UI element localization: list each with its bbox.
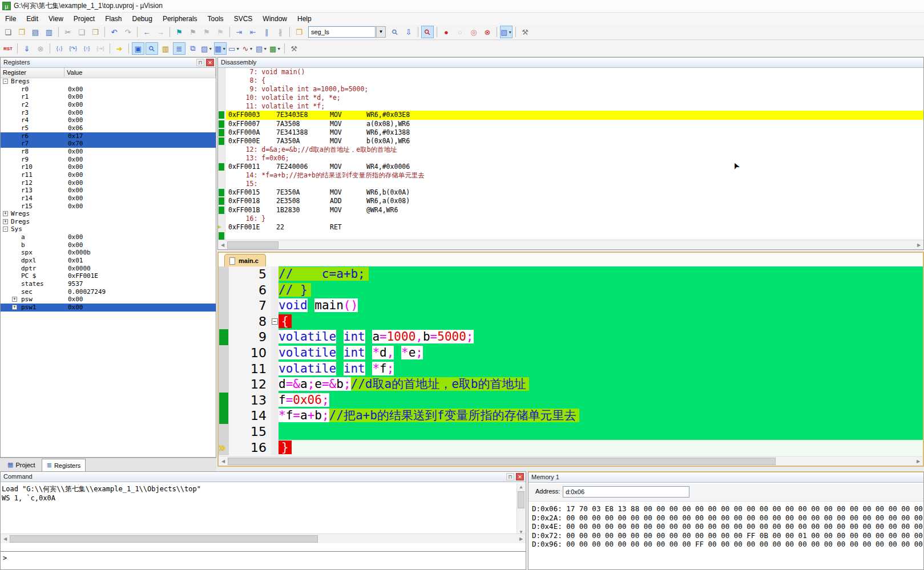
register-row[interactable]: -Bregs <box>1 78 216 86</box>
registers-panel-caption[interactable]: Registers ⊓ ✕ <box>1 58 216 68</box>
memory-caption[interactable]: Memory 1 <box>528 472 923 483</box>
memory-row-bytes[interactable]: 17 70 03 E8 13 88 00 00 00 00 00 00 00 0… <box>566 504 923 513</box>
editor-line[interactable]: 13f=0x06; <box>219 393 923 409</box>
indent-button[interactable]: ⇥ <box>233 26 245 38</box>
chevron-down-icon[interactable]: ▼ <box>222 47 226 51</box>
disassembly-line[interactable]: ➤0xFF001E22RET <box>218 223 923 232</box>
chevron-down-icon[interactable]: ▼ <box>208 47 212 51</box>
register-row[interactable]: r110x00 <box>1 171 216 179</box>
tab-registers[interactable]: ≣ Registers <box>42 459 86 471</box>
clear-bookmarks-button[interactable]: ⚑ <box>214 26 227 38</box>
disassembly-line[interactable]: 16: } <box>218 215 923 223</box>
menu-view[interactable]: View <box>43 14 68 24</box>
menu-window[interactable]: Window <box>257 14 292 24</box>
disassembly-line[interactable]: 0xFF00182E3508ADDWR6,a(0x08) <box>218 197 923 205</box>
register-row[interactable]: r150x00 <box>1 203 216 211</box>
register-row[interactable]: r40x00 <box>1 116 216 124</box>
run-to-cursor-button[interactable]: {⇥} <box>94 42 107 55</box>
watch-toolbox-button[interactable]: ▧▼ <box>500 26 513 38</box>
serial-window-button[interactable]: ▭▼ <box>228 42 240 55</box>
scroll-thumb[interactable] <box>228 458 776 465</box>
memory-row[interactable]: D:0x96: 00 00 00 00 00 00 00 00 00 00 FF… <box>532 540 923 549</box>
register-row[interactable]: r00x00 <box>1 86 216 94</box>
disassembly-caption[interactable]: Disassembly <box>218 58 923 68</box>
disassembly-line[interactable]: 13: f=0x06; <box>218 154 923 163</box>
register-row[interactable]: sec0.00027249 <box>1 288 216 296</box>
incremental-find-button[interactable]: ⇩ <box>402 26 415 38</box>
menu-peripherals[interactable]: Peripherals <box>158 14 203 24</box>
system-viewer-button[interactable]: ▩▼ <box>269 42 281 55</box>
save-button[interactable]: ▤ <box>29 26 42 38</box>
expand-icon[interactable]: + <box>3 219 8 224</box>
editor-line[interactable]: 7void main() <box>219 298 923 314</box>
menu-flash[interactable]: Flash <box>100 14 127 24</box>
undo-button[interactable]: ↶ <box>108 26 120 38</box>
disassembly-line[interactable]: 0xFF000E7A350AMOVb(0x0A),WR6 <box>218 137 923 145</box>
memory-row-bytes[interactable]: 00 00 00 00 00 00 00 00 00 00 00 00 00 0… <box>566 531 923 540</box>
editor-line[interactable]: »16} <box>219 440 923 456</box>
disassembly-hscrollbar[interactable]: ◀ ▶ <box>218 240 923 249</box>
fold-collapse-icon[interactable]: − <box>272 318 278 325</box>
comment-button[interactable]: ∥ <box>260 26 273 38</box>
address-input[interactable] <box>563 486 689 498</box>
menu-edit[interactable]: Edit <box>21 14 43 24</box>
toggle-bookmark-button[interactable]: ⚑ <box>173 26 185 38</box>
disassembly-line[interactable]: 8: { <box>218 76 923 85</box>
register-row[interactable]: r120x00 <box>1 179 216 187</box>
register-row[interactable]: +psw0x00 <box>1 296 216 304</box>
scroll-left-icon[interactable]: ◀ <box>219 458 227 465</box>
chevron-down-icon[interactable]: ▼ <box>376 26 386 38</box>
symbols-window-button[interactable]: ▥ <box>159 42 172 55</box>
watch-window-button[interactable]: ▨▼ <box>200 42 213 55</box>
expand-icon[interactable]: + <box>3 211 8 216</box>
register-row[interactable]: PC $0xFF001E <box>1 272 216 280</box>
toggle-breakpoint-button[interactable]: ● <box>440 26 453 38</box>
copy-button[interactable]: ❑ <box>75 26 88 38</box>
disassembly-line[interactable]: 0xFF00037E3403E8MOVWR6,#0x03E8 <box>218 111 923 119</box>
disassembly-line[interactable]: 7: void main() <box>218 68 923 76</box>
disassembly-line[interactable]: 10: volatile int *d, *e; <box>218 94 923 102</box>
register-row[interactable]: dpxl0x01 <box>1 257 216 265</box>
register-row[interactable]: r130x00 <box>1 187 216 195</box>
editor-line[interactable]: 10volatile int *d, *e; <box>219 345 923 361</box>
register-row[interactable]: r10x00 <box>1 93 216 101</box>
paste-button[interactable]: ❒ <box>89 26 102 38</box>
find-button[interactable]: ⚲ <box>389 26 401 38</box>
value-column-header[interactable]: Value <box>64 68 216 77</box>
scroll-right-icon[interactable]: ▶ <box>517 535 525 543</box>
menu-svcs[interactable]: SVCS <box>229 14 258 24</box>
chevron-down-icon[interactable]: ▼ <box>263 47 267 51</box>
disassembly-line[interactable]: 0xFF00157E350AMOVWR6,b(0x0A) <box>218 188 923 197</box>
step-into-button[interactable]: {↓} <box>53 42 66 55</box>
disable-breakpoint-button[interactable]: ○ <box>454 26 466 38</box>
disassembly-line[interactable]: 14: *f=a+b;//把a+b的结果送到f变量所指的存储单元里去 <box>218 171 923 180</box>
scroll-thumb[interactable] <box>227 241 279 249</box>
chevron-down-icon[interactable]: ▼ <box>236 47 240 51</box>
memory-row[interactable]: D:0x4E: 00 00 00 00 00 00 00 00 00 00 00… <box>532 522 923 531</box>
chevron-down-icon[interactable]: ▼ <box>277 47 281 51</box>
register-row[interactable]: r20x00 <box>1 101 216 109</box>
disassembly-line[interactable] <box>218 232 923 240</box>
stop-button[interactable]: ⊗ <box>34 42 47 55</box>
disassembly-line[interactable]: 0xFF001B1B2830MOV@WR4,WR6 <box>218 206 923 215</box>
register-row[interactable]: r70x70 <box>1 140 216 148</box>
step-out-button[interactable]: {↑} <box>80 42 93 55</box>
navigate-forward-button[interactable]: → <box>154 26 167 38</box>
memory-row[interactable]: D:0x2A: 00 00 00 00 00 00 00 00 00 00 00… <box>532 514 923 523</box>
editor-line[interactable]: 8−{ <box>219 314 923 330</box>
open-file-button[interactable]: ❐ <box>15 26 28 38</box>
debug-run-combo[interactable]: ▼ <box>308 26 386 38</box>
disassembly-line[interactable]: 15: <box>218 180 923 188</box>
menu-file[interactable]: File <box>0 14 21 24</box>
memory-row-bytes[interactable]: 00 00 00 00 00 00 00 00 00 00 00 00 00 0… <box>566 514 923 522</box>
uncomment-button[interactable]: ∦ <box>274 26 287 38</box>
memory-row-bytes[interactable]: 00 00 00 00 00 00 00 00 00 00 FF 00 00 0… <box>566 540 923 548</box>
register-column-header[interactable]: Register <box>1 68 64 77</box>
disassembly-line[interactable]: 0xFF00077A3508MOVa(0x08),WR6 <box>218 120 923 128</box>
scroll-thumb[interactable] <box>518 491 524 508</box>
save-all-button[interactable]: ▥ <box>43 26 55 38</box>
run-button[interactable]: ⇓ <box>21 42 33 55</box>
command-vscrollbar[interactable]: ▲ ▼ <box>517 483 525 536</box>
register-row[interactable]: -Sys <box>1 225 216 233</box>
memory-window-button[interactable]: ▦▼ <box>214 42 227 55</box>
